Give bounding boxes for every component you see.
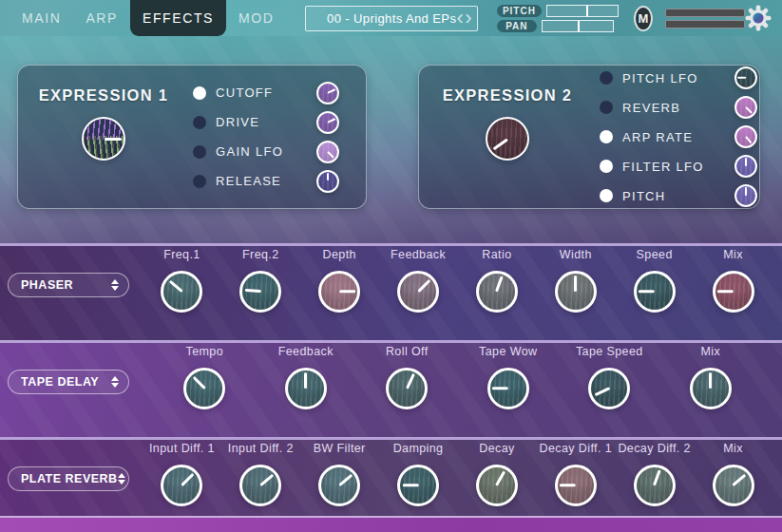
knob-indicator — [717, 290, 734, 293]
radio[interactable] — [600, 101, 613, 114]
knob[interactable] — [555, 271, 597, 313]
knob-indicator — [181, 473, 194, 486]
knob[interactable] — [316, 141, 339, 163]
knob-cell: Feedback — [256, 345, 357, 409]
radio[interactable] — [600, 160, 613, 173]
knob-indicator — [327, 151, 334, 159]
knob[interactable] — [476, 465, 518, 506]
knob[interactable] — [555, 465, 597, 506]
slider[interactable] — [546, 5, 619, 17]
radio[interactable] — [600, 130, 613, 143]
selector-stepper-icon[interactable] — [111, 376, 119, 388]
knob[interactable] — [183, 368, 225, 409]
radio[interactable] — [193, 145, 206, 159]
knob-indicator — [745, 187, 747, 196]
knob[interactable] — [239, 271, 281, 313]
slider-thumb[interactable] — [578, 21, 580, 31]
knob[interactable] — [634, 465, 676, 506]
knob[interactable] — [734, 96, 757, 119]
preset-prev-icon[interactable]: ‹ — [456, 4, 464, 32]
knob-indicator — [104, 137, 121, 140]
selector-stepper-icon[interactable] — [118, 473, 125, 484]
expression-option: PITCH LFO — [600, 66, 757, 89]
knob-indicator — [496, 276, 505, 293]
knob[interactable] — [318, 465, 360, 506]
radio[interactable] — [600, 189, 613, 202]
knob[interactable] — [713, 271, 754, 313]
top-bar: MAIN ARP EFFECTS MOD 00 - Uprights And E… — [0, 0, 782, 36]
tab[interactable]: MAIN — [10, 0, 73, 36]
knob-label: Tempo — [185, 345, 223, 361]
knob-cell: Width — [536, 248, 615, 313]
knob-label: Depth — [323, 248, 356, 264]
expression-option: RELEASE — [193, 170, 339, 193]
radio[interactable] — [193, 116, 206, 129]
knob-label: Decay Diff. 1 — [540, 442, 613, 458]
main-tabs: MAIN ARP EFFECTS MOD — [10, 0, 286, 36]
knob-cell: Depth — [300, 248, 379, 313]
knob[interactable] — [487, 368, 529, 409]
knob-indicator — [327, 173, 329, 181]
effect-selector[interactable]: PHASER — [8, 273, 129, 297]
knob[interactable] — [397, 271, 439, 313]
knob[interactable] — [318, 271, 360, 313]
radio[interactable] — [193, 86, 206, 100]
knob[interactable] — [734, 66, 757, 89]
option-label: RELEASE — [216, 174, 307, 188]
expression-option: DRIVE — [193, 111, 339, 134]
option-label: DRIVE — [216, 115, 307, 129]
knob[interactable] — [386, 368, 428, 409]
slider-thumb[interactable] — [586, 6, 588, 16]
knob[interactable] — [734, 184, 757, 207]
radio[interactable] — [600, 71, 613, 85]
effect-row: TAPE DELAY Tempo Feedback Roll Off Tape … — [0, 340, 782, 437]
radio[interactable] — [193, 175, 206, 188]
knob[interactable] — [239, 465, 281, 506]
preset-selector[interactable]: 00 - Uprights And EPs ‹ › — [305, 6, 477, 31]
knob[interactable] — [713, 465, 754, 506]
knob-cell: Damping — [379, 442, 458, 506]
knob[interactable] — [734, 125, 757, 148]
knob[interactable] — [316, 170, 339, 193]
effect-selector[interactable]: PLATE REVERB — [8, 466, 129, 491]
settings-button[interactable] — [745, 5, 772, 31]
knob-label: Decay Diff. 2 — [618, 442, 691, 458]
effect-selector[interactable]: TAPE DELAY — [8, 370, 129, 394]
knob-label: Freq.1 — [163, 248, 200, 264]
tab[interactable]: ARP — [73, 0, 130, 36]
expression-section: EXPRESSION 1 CUTOFF DRIVE GAIN LFO RELEA… — [0, 36, 782, 243]
knob-indicator — [709, 372, 712, 389]
knob-cell: Ratio — [458, 248, 537, 313]
knob[interactable] — [285, 368, 327, 409]
option-label: REVERB — [622, 101, 725, 115]
knob[interactable] — [316, 111, 339, 134]
knob[interactable] — [734, 155, 757, 178]
knob[interactable] — [634, 271, 676, 313]
expression-1-main-knob[interactable] — [82, 117, 125, 161]
option-label: FILTER LFO — [622, 160, 725, 174]
meter-bar — [665, 9, 745, 17]
knob[interactable] — [161, 271, 202, 313]
bottom-band — [0, 518, 782, 532]
expression-1-targets: CUTOFF DRIVE GAIN LFO RELEASE — [189, 66, 339, 208]
expression-2-main-knob[interactable] — [486, 117, 529, 161]
knob-indicator — [417, 279, 430, 293]
knob-cell: Freq.1 — [143, 248, 221, 313]
knob[interactable] — [316, 82, 339, 104]
knob[interactable] — [690, 368, 732, 409]
selector-stepper-icon[interactable] — [111, 279, 119, 291]
expression-option: PITCH — [600, 184, 757, 207]
knob[interactable] — [397, 465, 439, 506]
gear-icon — [745, 5, 772, 31]
knob[interactable] — [476, 271, 518, 313]
slider[interactable] — [542, 20, 614, 32]
knob-indicator — [169, 280, 183, 293]
mute-button[interactable]: M — [634, 6, 653, 31]
preset-next-icon[interactable]: › — [465, 4, 472, 32]
expression-2-targets: PITCH LFO REVERB ARP RATE FILTER LFO PIT… — [596, 66, 757, 208]
tab[interactable]: MOD — [226, 0, 286, 36]
knob[interactable] — [588, 368, 630, 409]
tab[interactable]: EFFECTS — [130, 0, 226, 36]
expression-option: REVERB — [600, 96, 757, 119]
knob[interactable] — [161, 465, 202, 506]
